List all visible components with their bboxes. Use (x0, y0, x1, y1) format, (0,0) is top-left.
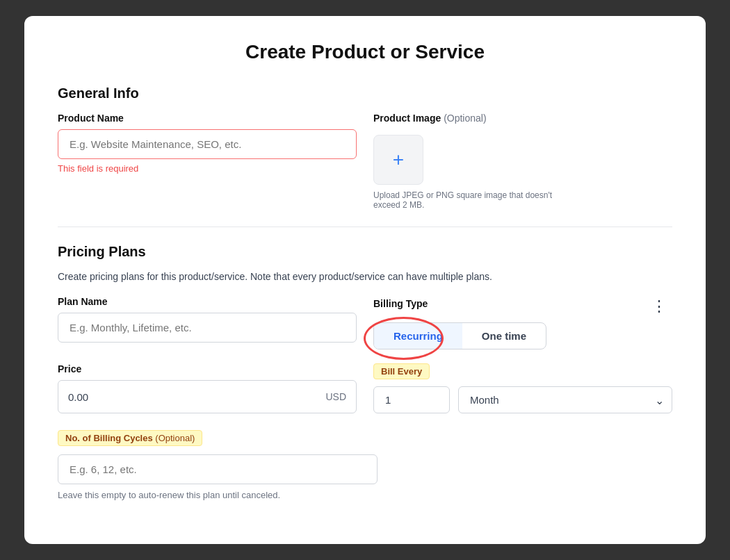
main-card: Create Product or Service General Info P… (24, 16, 706, 544)
billing-cycles-label-wrap: No. of Billing Cycles (Optional) (58, 430, 672, 452)
billing-type-label: Billing Type (373, 298, 428, 309)
price-label: Price (58, 363, 357, 374)
bill-every-period-wrapper: Day Week Month Year ⌄ (458, 386, 672, 413)
bill-every-field: Bill Every Day Week Month Year ⌄ (373, 363, 672, 413)
price-input-wrap: USD (58, 380, 357, 413)
currency-label: USD (325, 391, 346, 402)
product-name-input[interactable] (58, 129, 357, 159)
section-divider (58, 227, 672, 227)
billing-cycles-input[interactable] (58, 454, 378, 484)
general-info-section: General Info Product Name This field is … (58, 85, 672, 210)
price-bill-row: Price USD Bill Every Day Week (58, 363, 672, 413)
billing-cycles-section: No. of Billing Cycles (Optional) Leave t… (58, 430, 672, 500)
product-name-label: Product Name (58, 113, 357, 124)
bill-every-label: Bill Every (373, 363, 430, 379)
upload-hint: Upload JPEG or PNG square image that doe… (373, 190, 554, 210)
pricing-plans-section: Pricing Plans Create pricing plans for t… (58, 244, 672, 500)
product-image-field: Product Image (Optional) + Upload JPEG o… (373, 113, 672, 210)
billing-type-toggle: Recurring One time (373, 322, 546, 349)
price-field: Price USD (58, 363, 357, 413)
billing-type-field: Billing Type ⋮ Recurring One time (373, 296, 672, 349)
product-name-field: Product Name This field is required (58, 113, 357, 174)
general-info-title: General Info (58, 85, 672, 101)
plan-name-field: Plan Name (58, 296, 357, 343)
plan-name-input[interactable] (58, 313, 357, 343)
price-input[interactable] (68, 391, 325, 403)
plan-name-label: Plan Name (58, 296, 357, 307)
pricing-plans-description: Create pricing plans for this product/se… (58, 271, 672, 282)
bill-every-label-wrap: Bill Every (373, 363, 672, 381)
recurring-button[interactable]: Recurring (374, 323, 462, 349)
billing-type-wrapper: Recurring One time (373, 322, 546, 349)
bill-every-inputs: Day Week Month Year ⌄ (373, 386, 672, 413)
image-upload-button[interactable]: + (373, 135, 423, 185)
more-options-button[interactable]: ⋮ (646, 296, 672, 317)
pricing-plans-title: Pricing Plans (58, 244, 672, 260)
billing-type-header: Billing Type ⋮ (373, 296, 672, 317)
billing-cycles-label: No. of Billing Cycles (Optional) (58, 430, 202, 446)
plus-icon: + (393, 150, 404, 170)
product-name-error: This field is required (58, 163, 357, 174)
general-info-grid: Product Name This field is required Prod… (58, 113, 672, 210)
billing-cycles-hint: Leave this empty to auto-renew this plan… (58, 490, 672, 500)
bill-every-number-input[interactable] (373, 386, 450, 413)
one-time-button[interactable]: One time (462, 323, 546, 349)
page-title: Create Product or Service (58, 41, 672, 63)
bill-every-period-select[interactable]: Day Week Month Year (458, 386, 672, 413)
plan-grid: Plan Name Billing Type ⋮ Recurring One t… (58, 296, 672, 349)
product-image-label: Product Image (Optional) (373, 113, 487, 124)
